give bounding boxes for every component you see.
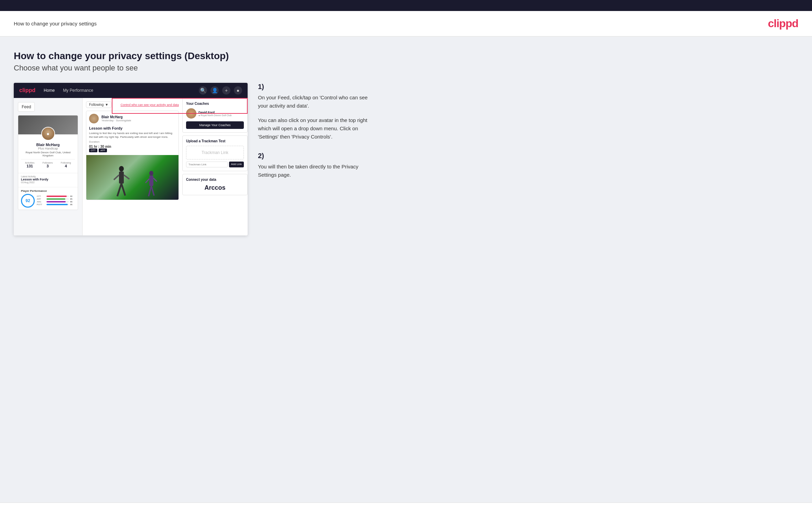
activity-avatar	[89, 114, 99, 123]
putt-value: 96	[70, 203, 75, 206]
activity-body: Lesson with Fordy Looking to feel like m…	[86, 126, 178, 155]
nav-icons: 🔍 👤 + ●	[199, 86, 242, 95]
nav-my-performance[interactable]: My Performance	[63, 88, 93, 93]
ott-track	[46, 196, 69, 197]
app-value: 85	[70, 198, 75, 200]
coach-item: David Ford ● Royal North Devon Golf Club	[186, 108, 244, 119]
putt-fill	[46, 204, 68, 205]
activities-label: Activities	[25, 162, 35, 164]
profile-stats: Activities 131 Followers 3 Following 4	[21, 159, 75, 170]
latest-activity-label: Latest Activity	[21, 175, 75, 178]
followers-stat: Followers 3	[43, 162, 53, 168]
svg-line-11	[153, 178, 157, 181]
ott-label: OTT	[37, 195, 45, 197]
latest-activity-title: Lesson with Fordy	[21, 178, 75, 181]
duration-value: 01 hr : 30 min	[89, 145, 176, 148]
feed-header: Following ▼ Control who can see your act…	[86, 101, 179, 108]
duration-label: Duration	[89, 140, 176, 143]
svg-point-6	[149, 171, 153, 176]
connect-data-card: Connect your data Arccos	[182, 174, 248, 195]
svg-line-8	[149, 186, 151, 196]
arg-label: ARG	[37, 201, 45, 203]
activities-stat: Activities 131	[25, 162, 35, 168]
activity-image	[86, 155, 178, 200]
page-subheading: Choose what you want people to see	[14, 64, 798, 73]
svg-rect-1	[119, 172, 124, 184]
app-mockup: clippd Home My Performance 🔍 👤 + ● Feed	[14, 83, 248, 235]
golfer-silhouette-2	[144, 170, 158, 200]
app-nav: clippd Home My Performance 🔍 👤 + ●	[14, 83, 248, 98]
control-privacy-link[interactable]: Control who can see your activity and da…	[120, 103, 179, 107]
coach-club: ● Royal North Devon Golf Club	[198, 114, 244, 117]
app-fill	[46, 198, 65, 200]
putt-track	[46, 204, 69, 205]
manage-coaches-button[interactable]: Manage Your Coaches	[186, 121, 244, 129]
following-stat: Following 4	[61, 162, 71, 168]
right-panel: Your Coaches David Ford ● Royal North De…	[182, 98, 248, 235]
activity-card: Blair McHarg Yesterday · Sunningdale Les…	[86, 111, 179, 200]
quality-bars: OTT 90 APP	[37, 195, 75, 206]
step1-text: On your Feed, click/tap on 'Control who …	[258, 93, 368, 110]
following-label: Following	[89, 103, 104, 107]
ott-tag: OTT	[89, 148, 97, 152]
profile-name: Blair McHarg	[21, 143, 75, 147]
coach-info: David Ford ● Royal North Devon Golf Club	[198, 111, 244, 117]
player-performance: Player Performance 92 OTT	[18, 187, 78, 210]
quality-section: 92 OTT 90	[21, 194, 75, 208]
svg-line-3	[121, 184, 125, 196]
golfer-silhouette-1	[112, 165, 131, 200]
following-label: Following	[61, 162, 71, 164]
activity-location: Yesterday · Sunningdale	[101, 119, 176, 122]
add-link-button[interactable]: Add Link	[229, 162, 244, 167]
arg-bar-row: ARG 86	[37, 201, 75, 203]
page-heading: How to change your privacy settings (Des…	[14, 51, 798, 62]
person-icon[interactable]: 👤	[210, 86, 219, 95]
profile-club: Royal North Devon Golf Club, United King…	[21, 151, 75, 157]
chevron-down-icon: ▼	[105, 103, 108, 107]
latest-activity-date: 03 Aug 2022	[21, 181, 75, 184]
app-sidebar: Feed ● Blair McHarg Plus Handicap Royal …	[14, 98, 83, 235]
activity-description: Looking to feel like my hands are exitin…	[89, 131, 176, 139]
svg-rect-7	[149, 176, 153, 186]
following-dropdown[interactable]: Following ▼	[86, 101, 111, 108]
coaches-title: Your Coaches	[186, 102, 244, 106]
top-bar	[0, 0, 812, 11]
instructions: 1) On your Feed, click/tap on 'Control w…	[258, 83, 368, 190]
clippd-logo: clippd	[768, 17, 798, 30]
header: How to change your privacy settings clip…	[0, 11, 812, 37]
instruction-step-2: 2) You will then be taken directly to th…	[258, 152, 368, 179]
activity-meta: Blair McHarg Yesterday · Sunningdale	[101, 115, 176, 122]
activity-username: Blair McHarg	[101, 115, 176, 119]
svg-line-9	[151, 186, 154, 196]
svg-line-2	[117, 184, 121, 196]
content-layout: clippd Home My Performance 🔍 👤 + ● Feed	[14, 83, 798, 235]
svg-line-4	[114, 175, 119, 180]
connect-title: Connect your data	[186, 178, 244, 181]
activity-tags: OTT APP	[89, 148, 176, 152]
app-track	[46, 198, 69, 200]
trackman-title: Upload a Trackman Test	[186, 139, 244, 143]
avatar-icon[interactable]: ●	[234, 86, 242, 95]
arg-value: 86	[70, 201, 75, 203]
app-bar-row: APP 85	[37, 198, 75, 200]
arg-track	[46, 201, 69, 202]
trackman-placeholder: Trackman Link	[186, 146, 244, 159]
feed-tab[interactable]: Feed	[18, 102, 35, 112]
user-profile-card: ● Blair McHarg Plus Handicap Royal North…	[18, 115, 78, 210]
nav-home[interactable]: Home	[44, 88, 55, 93]
followers-value: 3	[43, 164, 53, 168]
activities-value: 131	[25, 164, 35, 168]
following-value: 4	[61, 164, 71, 168]
trackman-input[interactable]	[186, 162, 228, 167]
plus-icon[interactable]: +	[222, 86, 230, 95]
trackman-input-row: Add Link	[186, 162, 244, 167]
svg-point-0	[119, 166, 124, 172]
quality-circle: 92	[21, 194, 35, 208]
player-performance-label: Player Performance	[21, 189, 75, 192]
profile-banner: ●	[18, 115, 78, 134]
search-icon[interactable]: 🔍	[199, 86, 207, 95]
header-title: How to change your privacy settings	[14, 21, 97, 26]
step1-extra: You can also click on your avatar in the…	[258, 116, 368, 141]
arg-fill	[46, 201, 66, 202]
ott-value: 90	[70, 195, 75, 197]
